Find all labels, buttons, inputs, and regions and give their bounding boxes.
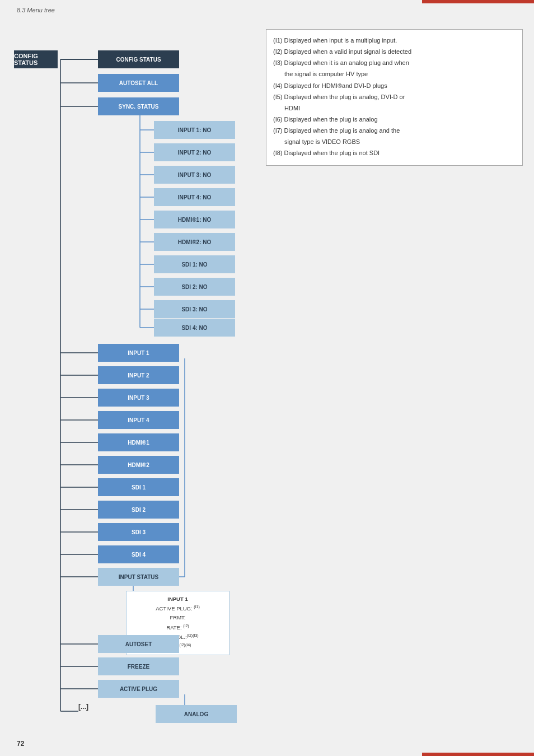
- bottom-accent-bar: [422, 753, 534, 756]
- freeze-node: FREEZE: [98, 657, 179, 675]
- note-i3b: the signal is computer HV type: [284, 69, 516, 79]
- tree-diagram: CONFIG STATUS CONFIG STATUS AUTOSET ALL …: [11, 22, 263, 734]
- input2-no-node: INPUT 2: NO: [154, 143, 235, 161]
- sdi2-node: SDI 2: [98, 501, 179, 519]
- note-i6: (I6) Displayed when the plug is analog: [273, 114, 516, 124]
- sdi4-no-node: SDI 4: NO: [154, 319, 235, 337]
- input3-node: INPUT 3: [98, 389, 179, 407]
- rate-detail: RATE: (I2): [131, 623, 224, 632]
- input1-no-node: INPUT 1: NO: [154, 121, 235, 139]
- input4-no-node: INPUT 4: NO: [154, 188, 235, 206]
- note-i1: (I1) Displayed when input is a multiplug…: [273, 35, 516, 45]
- frmt-detail: FRMT:: [131, 613, 224, 622]
- page-number: 72: [17, 740, 24, 748]
- active-plug-detail: ACTIVE PLUG: (I1): [131, 604, 224, 613]
- analog-node: ANALOG: [156, 705, 237, 723]
- ellipsis-node: [...]: [78, 703, 88, 711]
- input-status-node: INPUT STATUS: [98, 568, 179, 586]
- input4-node: INPUT 4: [98, 411, 179, 429]
- notes-box: (I1) Displayed when input is a multiplug…: [266, 29, 523, 166]
- note-i8: (I8) Displayed when the plug is not SDI: [273, 148, 516, 158]
- input3-no-node: INPUT 3: NO: [154, 166, 235, 184]
- sdi4-node: SDI 4: [98, 545, 179, 563]
- autoset-node: AUTOSET: [98, 635, 179, 653]
- note-i7b: signal type is VIDEO RGBS: [284, 137, 516, 147]
- sdi1-node: SDI 1: [98, 478, 179, 496]
- sdi1-no-node: SDI 1: NO: [154, 255, 235, 273]
- note-i2: (I2) Displayed when a valid input signal…: [273, 46, 516, 57]
- note-i3a: (I3) Displayed when it is an analog plug…: [273, 58, 516, 68]
- sync-status-node: SYNC. STATUS: [98, 97, 179, 115]
- hdmi1-node: HDMI®1: [98, 433, 179, 451]
- sdi3-no-node: SDI 3: NO: [154, 300, 235, 318]
- note-i7a: (I7) Displayed when the plug is analog a…: [273, 125, 516, 136]
- hdmi1-no-node: HDMI®1: NO: [154, 211, 235, 228]
- active-plug-node: ACTIVE PLUG: [98, 680, 179, 698]
- inputs-node: CONFIG STATUS: [14, 50, 58, 68]
- note-i4: (I4) Displayed for HDMI®and DVI-D plugs: [273, 81, 516, 91]
- sdi2-no-node: SDI 2: NO: [154, 278, 235, 296]
- input2-node: INPUT 2: [98, 366, 179, 384]
- page: 8.3 Menu tree (I1) Displayed when input …: [0, 0, 534, 756]
- hdmi2-no-node: HDMI®2: NO: [154, 233, 235, 251]
- hdmi2-node: HDMI®2: [98, 456, 179, 474]
- note-i5b: HDMI: [284, 103, 516, 113]
- top-accent-bar: [422, 0, 534, 3]
- input1-detail-label: INPUT 1: [131, 595, 224, 604]
- sdi3-node: SDI 3: [98, 523, 179, 541]
- input1-node: INPUT 1: [98, 344, 179, 362]
- autoset-all-node: AUTOSET ALL: [98, 74, 179, 92]
- note-i5a: (I5) Displayed when the plug is analog, …: [273, 92, 516, 102]
- config-status-node: CONFIG STATUS: [98, 50, 179, 68]
- breadcrumb: 8.3 Menu tree: [17, 7, 55, 13]
